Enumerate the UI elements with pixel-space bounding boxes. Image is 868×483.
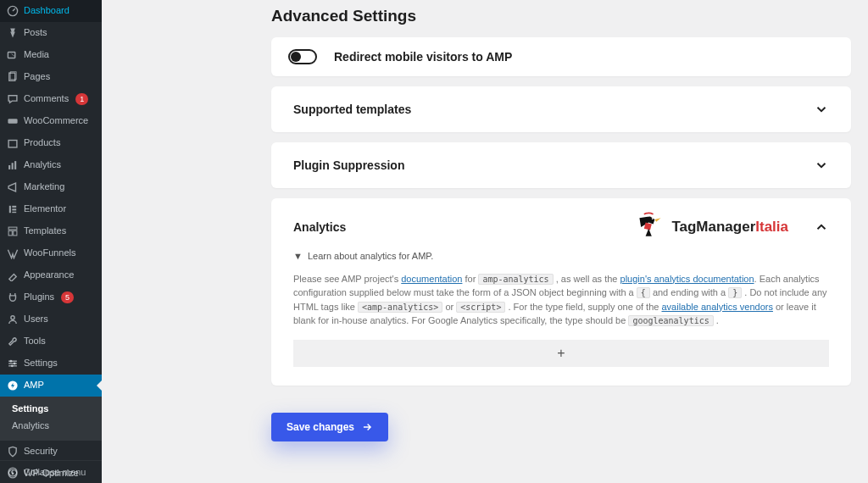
users-icon bbox=[7, 314, 19, 325]
pin-icon bbox=[7, 27, 19, 39]
appearance-icon bbox=[7, 269, 19, 281]
svg-point-16 bbox=[11, 316, 14, 319]
admin-sidebar: Dashboard Posts Media Pages Comments 1 W… bbox=[0, 0, 102, 483]
code-amp-analytics-tag: <amp-analytics> bbox=[358, 302, 442, 313]
sidebar-item-templates[interactable]: Templates bbox=[0, 220, 102, 242]
plugin-suppression-panel: Plugin Suppression bbox=[271, 142, 851, 188]
collapse-menu-label: Collapse menu bbox=[24, 467, 86, 477]
sidebar-item-analytics[interactable]: Analytics bbox=[0, 154, 102, 176]
plugin-docs-link[interactable]: plugin's analytics documentation bbox=[620, 274, 754, 284]
comments-icon bbox=[7, 93, 19, 105]
svg-rect-6 bbox=[8, 165, 10, 169]
plugin-suppression-toggle[interactable]: Plugin Suppression bbox=[271, 142, 851, 188]
products-icon bbox=[7, 137, 19, 149]
templates-icon bbox=[7, 225, 19, 237]
supported-templates-panel: Supported templates bbox=[271, 86, 851, 132]
sidebar-item-plugins[interactable]: Plugins 5 bbox=[0, 286, 102, 308]
sidebar-item-settings[interactable]: Settings bbox=[0, 353, 102, 375]
svg-rect-15 bbox=[14, 230, 17, 236]
redirect-toggle[interactable] bbox=[288, 49, 317, 64]
analytics-panel: Analytics TagManagerIta bbox=[271, 198, 851, 386]
redirect-panel: Redirect mobile visitors to AMP bbox=[271, 37, 851, 76]
sidebar-item-posts[interactable]: Posts bbox=[0, 22, 102, 44]
svg-rect-13 bbox=[8, 227, 17, 230]
save-changes-button[interactable]: Save changes bbox=[271, 413, 388, 441]
svg-rect-14 bbox=[8, 230, 12, 236]
sidebar-item-label: Settings bbox=[24, 358, 58, 369]
svg-point-22 bbox=[11, 364, 14, 367]
plus-icon: + bbox=[557, 343, 565, 364]
sidebar-item-label: Analytics bbox=[24, 159, 61, 170]
collapse-icon bbox=[7, 466, 19, 478]
learn-label: Learn about analytics for AMP. bbox=[308, 249, 433, 264]
svg-rect-10 bbox=[12, 206, 16, 208]
elementor-icon bbox=[7, 203, 19, 215]
woofunnels-icon bbox=[7, 247, 19, 259]
sidebar-submenu: Settings Analytics bbox=[0, 397, 102, 441]
svg-rect-11 bbox=[12, 208, 16, 210]
tagmanager-logo: TagManagerItalia bbox=[634, 212, 788, 242]
shield-icon bbox=[7, 446, 19, 458]
sidebar-item-media[interactable]: Media bbox=[0, 44, 102, 66]
analytics-icon bbox=[7, 159, 19, 171]
supported-templates-toggle[interactable]: Supported templates bbox=[271, 86, 851, 132]
learn-about-toggle[interactable]: ▼ Learn about analytics for AMP. bbox=[293, 249, 829, 264]
logo-text-1: TagManager bbox=[671, 219, 755, 235]
sidebar-sub-settings[interactable]: Settings bbox=[0, 400, 102, 417]
sidebar-item-label: Marketing bbox=[24, 181, 64, 192]
sidebar-item-users[interactable]: Users bbox=[0, 308, 102, 330]
sidebar-sub-analytics[interactable]: Analytics bbox=[0, 417, 102, 434]
documentation-link[interactable]: documentation bbox=[401, 274, 462, 284]
svg-rect-7 bbox=[12, 163, 14, 169]
vendors-link[interactable]: available analytics vendors bbox=[661, 302, 772, 312]
svg-rect-12 bbox=[12, 212, 16, 213]
sidebar-item-dashboard[interactable]: Dashboard bbox=[0, 0, 102, 22]
sidebar-item-label: Plugins bbox=[24, 291, 54, 303]
sidebar-item-label: WooFunnels bbox=[24, 247, 76, 258]
sidebar-item-elementor[interactable]: Elementor bbox=[0, 198, 102, 220]
woo-icon bbox=[7, 115, 19, 127]
sidebar-item-amp[interactable]: AMP bbox=[0, 375, 102, 397]
sidebar-item-woofunnels[interactable]: WooFunnels bbox=[0, 242, 102, 264]
collapse-menu-button[interactable]: Collapse menu bbox=[0, 460, 102, 483]
code-script-tag: <script> bbox=[456, 302, 505, 313]
svg-point-20 bbox=[10, 360, 13, 363]
analytics-title: Analytics bbox=[293, 220, 346, 234]
code-amp-analytics: amp-analytics bbox=[478, 274, 553, 285]
sidebar-item-label: Security bbox=[24, 446, 58, 457]
code-googleanalytics: googleanalytics bbox=[628, 315, 713, 326]
svg-point-27 bbox=[652, 218, 654, 219]
chevron-down-icon bbox=[814, 102, 829, 117]
amp-icon bbox=[7, 380, 19, 391]
analytics-toggle[interactable]: Analytics TagManagerIta bbox=[271, 198, 851, 249]
sidebar-item-tools[interactable]: Tools bbox=[0, 330, 102, 353]
sidebar-item-marketing[interactable]: Marketing bbox=[0, 176, 102, 198]
woodpecker-icon bbox=[634, 212, 666, 242]
sidebar-item-products[interactable]: Products bbox=[0, 132, 102, 154]
analytics-help-text: Please see AMP project's documentation f… bbox=[293, 272, 829, 328]
logo-text-2: Italia bbox=[755, 219, 788, 235]
sidebar-item-label: Dashboard bbox=[24, 5, 70, 16]
sidebar-item-woocommerce[interactable]: WooCommerce bbox=[0, 110, 102, 132]
pages-icon bbox=[7, 71, 19, 83]
svg-point-26 bbox=[8, 468, 17, 476]
sidebar-item-appearance[interactable]: Appearance bbox=[0, 264, 102, 286]
svg-rect-9 bbox=[9, 206, 11, 213]
save-button-label: Save changes bbox=[287, 421, 354, 433]
svg-point-21 bbox=[14, 363, 16, 365]
sidebar-item-pages[interactable]: Pages bbox=[0, 66, 102, 88]
plugin-suppression-title: Plugin Suppression bbox=[293, 158, 404, 172]
code-close-brace: } bbox=[728, 287, 742, 298]
sidebar-item-label: Pages bbox=[24, 71, 50, 82]
tools-icon bbox=[7, 336, 19, 347]
svg-rect-1 bbox=[8, 53, 14, 58]
sidebar-item-comments[interactable]: Comments 1 bbox=[0, 88, 102, 110]
arrow-right-icon bbox=[361, 421, 373, 433]
add-analytics-button[interactable]: + bbox=[293, 340, 829, 367]
sidebar-item-label: Templates bbox=[24, 225, 66, 236]
code-open-brace: { bbox=[637, 287, 650, 298]
sidebar-item-label: AMP bbox=[24, 380, 44, 391]
main-content: Advanced Settings Redirect mobile visito… bbox=[102, 0, 868, 483]
count-badge: 1 bbox=[75, 93, 88, 105]
page-title: Advanced Settings bbox=[271, 7, 851, 25]
